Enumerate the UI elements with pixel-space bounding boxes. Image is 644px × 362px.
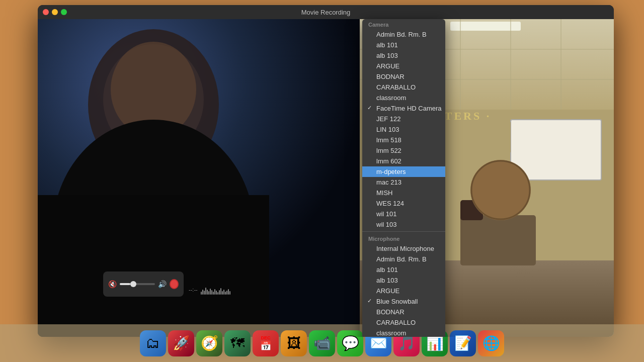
camera-jef-122[interactable]: JEF 122 xyxy=(362,114,445,124)
dock-chrome[interactable]: 🌐 xyxy=(478,330,504,356)
camera-section-label: Camera xyxy=(362,19,445,29)
maximize-button[interactable] xyxy=(61,9,67,15)
mic-bodnar[interactable]: BODNAR xyxy=(362,307,445,317)
camera-lmm-518[interactable]: lmm 518 xyxy=(362,135,445,145)
volume-slider[interactable] xyxy=(120,283,155,285)
camera-admin-bd-rm-b[interactable]: Admin Bd. Rm. B xyxy=(362,29,445,40)
dock-word[interactable]: 📝 xyxy=(450,330,476,356)
dock-maps[interactable]: 🗺 xyxy=(224,330,251,356)
volume-up-icon: 🔊 xyxy=(158,280,167,288)
svg-rect-20 xyxy=(460,215,536,265)
record-button[interactable] xyxy=(170,279,179,289)
dock-safari[interactable]: 🧭 xyxy=(196,330,222,356)
camera-alb-101[interactable]: alb 101 xyxy=(362,40,445,50)
minimize-button[interactable] xyxy=(52,9,58,15)
title-bar: Movie Recording xyxy=(38,5,614,19)
mic-caraballo[interactable]: CARABALLO xyxy=(362,317,445,328)
camera-bodnar[interactable]: BODNAR xyxy=(362,71,445,82)
camera-lmm-602[interactable]: lmm 602 xyxy=(362,156,445,166)
traffic-lights xyxy=(43,9,67,15)
dock-finder[interactable]: 🗂 xyxy=(140,330,166,356)
camera-facetime-hd[interactable]: FaceTime HD Camera xyxy=(362,103,445,114)
svg-rect-10 xyxy=(511,120,601,180)
dock-photos[interactable]: 🖼 xyxy=(281,330,307,356)
dock-calendar[interactable]: DEC📅 xyxy=(253,330,279,356)
svg-rect-5 xyxy=(38,195,269,337)
dock-messages[interactable]: 💬 xyxy=(337,330,363,356)
dock-launchpad[interactable]: 🚀 xyxy=(168,330,194,356)
mic-argue[interactable]: ARGUE xyxy=(362,286,445,296)
camera-wil-103[interactable]: wil 103 xyxy=(362,219,445,230)
dock: 🗂 🚀 🧭 🗺 DEC📅 🖼 📹 💬 ✉️ 🎵 📊 📝 🌐 xyxy=(0,324,644,362)
window-title: Movie Recording xyxy=(301,9,351,16)
mic-alb-101[interactable]: alb 101 xyxy=(362,264,445,275)
camera-argue[interactable]: ARGUE xyxy=(362,61,445,71)
volume-mute-icon[interactable]: 🔇 xyxy=(108,280,117,288)
mic-admin-bd-rm-b[interactable]: Admin Bd. Rm. B xyxy=(362,254,445,264)
mic-blue-snowball[interactable]: Blue Snowball xyxy=(362,296,445,307)
camera-caraballo[interactable]: CARABALLO xyxy=(362,82,445,93)
dock-facetime[interactable]: 📹 xyxy=(309,330,335,356)
close-button[interactable] xyxy=(43,9,49,15)
camera-lmm-522[interactable]: lmm 522 xyxy=(362,145,445,156)
divider-1 xyxy=(362,231,445,232)
mic-internal[interactable]: Internal Microphone xyxy=(362,243,445,254)
app-window: Movie Recording xyxy=(38,5,614,337)
time-display: --:-- xyxy=(189,287,198,293)
camera-m-dpeters[interactable]: m-dpeters xyxy=(362,166,445,177)
camera-alb-103[interactable]: alb 103 xyxy=(362,50,445,61)
svg-rect-12 xyxy=(450,22,521,31)
camera-wil-101[interactable]: wil 101 xyxy=(362,209,445,219)
camera-mac-213[interactable]: mac 213 xyxy=(362,177,445,188)
camera-lin-103[interactable]: LIN 103 xyxy=(362,124,445,135)
dropdown-menu: Camera Admin Bd. Rm. B alb 101 alb 103 A… xyxy=(362,19,445,337)
audio-bars xyxy=(201,285,230,295)
camera-classroom[interactable]: classroom xyxy=(362,93,445,103)
camera-mish[interactable]: MISH xyxy=(362,188,445,198)
camera-wes-124[interactable]: WES 124 xyxy=(362,198,445,209)
video-left: 🔇 🔊 --:-- xyxy=(38,19,360,337)
microphone-section-label: Microphone xyxy=(362,233,445,243)
mic-classroom[interactable]: classroom xyxy=(362,328,445,337)
mic-alb-103[interactable]: alb 103 xyxy=(362,275,445,286)
audio-controls: 🔇 🔊 xyxy=(103,272,184,297)
